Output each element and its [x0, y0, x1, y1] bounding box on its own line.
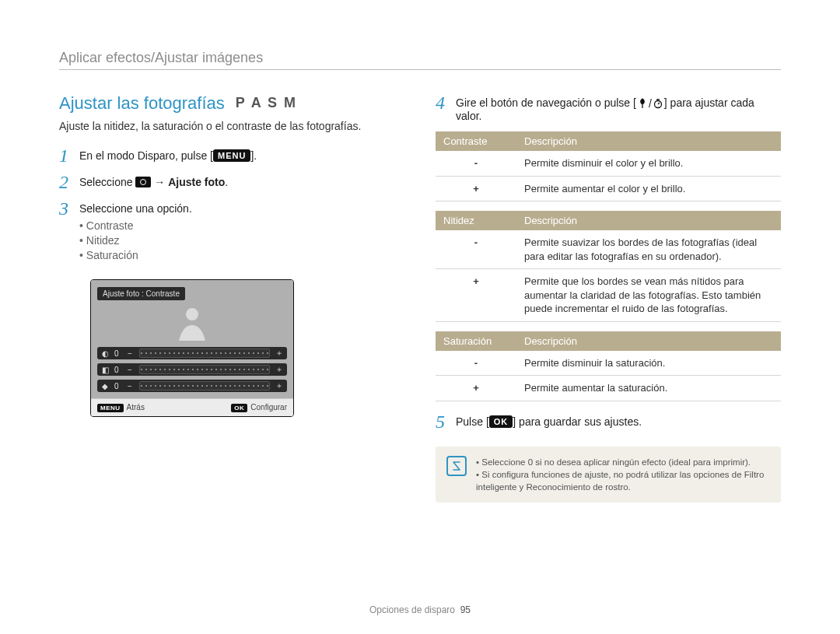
table-header: Nitidez: [436, 211, 516, 230]
table-cell: Permite disminuir la saturación.: [516, 351, 781, 376]
saturation-icon: ◆: [100, 381, 110, 391]
plus-icon: ＋: [275, 349, 284, 358]
breadcrumb: Aplicar efectos/Ajustar imágenes: [59, 50, 781, 66]
contrast-icon: ◐: [100, 349, 110, 358]
step-5: 5 Pulse [OK] para guardar sus ajustes.: [436, 412, 781, 431]
camera-icon: [135, 177, 151, 187]
sharpness-icon: ◧: [100, 365, 110, 374]
table-cell: Permite suavizar los bordes de las fotog…: [516, 230, 781, 269]
macro-icon: [636, 97, 649, 110]
table-row: -Permite disminuir el color y el brillo.: [436, 151, 781, 176]
footer-section: Opciones de disparo: [369, 604, 455, 615]
list-item: Nitidez: [79, 234, 404, 247]
page-footer: Opciones de disparo 95: [0, 604, 840, 615]
camera-display-mock: Ajuste foto : Contraste ◐ 0 − ＋ ◧ 0: [90, 279, 294, 417]
slider-sharpen: ◧ 0 − ＋: [97, 363, 287, 376]
table-symbol: +: [436, 269, 516, 322]
table-row: +Permite aumentar la saturación.: [436, 376, 781, 401]
note-list: Seleccione 0 si no desea aplicar ningún …: [476, 456, 770, 493]
slider-value: 0: [114, 366, 121, 374]
table-row: +Permite aumentar el color y el brillo.: [436, 176, 781, 201]
list-item: Contraste: [79, 219, 404, 232]
table-row: +Permite que los bordes se vean más níti…: [436, 269, 781, 322]
step-text: Gire el botón de navegación o pulse [: [456, 96, 636, 109]
table-header: Descripción: [516, 131, 781, 151]
table-header: Contraste: [436, 131, 516, 151]
option-list: Contraste Nitidez Saturación: [79, 219, 404, 261]
step-text: ].: [250, 149, 257, 162]
table-cell: Permite que los bordes se vean más nítid…: [516, 269, 781, 322]
step-text: Pulse [: [456, 415, 489, 428]
minus-icon: −: [125, 365, 135, 374]
table-cell: Permite disminuir el color y el brillo.: [516, 151, 781, 176]
table-row: -Permite suavizar los bordes de las foto…: [436, 230, 781, 269]
table-symbol: -: [436, 230, 516, 269]
step-number: 5: [436, 412, 456, 431]
table-header: Descripción: [516, 331, 781, 351]
plus-icon: ＋: [275, 381, 284, 391]
step-text: Seleccione una opción.: [79, 202, 192, 215]
right-column: 4 Gire el botón de navegación o pulse [ …: [436, 93, 781, 503]
step-4: 4 Gire el botón de navegación o pulse [ …: [436, 93, 781, 122]
slider-track: [139, 349, 270, 358]
step-number: 2: [59, 173, 79, 191]
minus-icon: −: [125, 381, 135, 391]
contrast-table: ContrasteDescripción -Permite disminuir …: [436, 131, 781, 201]
table-symbol: -: [436, 351, 516, 376]
slider-saturation: ◆ 0 − ＋: [97, 380, 287, 392]
step-text: Seleccione: [79, 176, 135, 188]
table-symbol: -: [436, 151, 516, 176]
ok-badge: OK: [489, 415, 513, 428]
page-number: 95: [460, 604, 471, 615]
menu-badge: MENU: [213, 149, 250, 162]
display-footer: MENUAtrás OKConfigurar: [91, 398, 293, 416]
list-item: Saturación: [79, 249, 404, 261]
step-number: 4: [436, 93, 456, 112]
back-hint: MENUAtrás: [97, 403, 145, 412]
step-text: ] para guardar sus ajustes.: [513, 415, 642, 428]
step-number: 1: [59, 146, 79, 165]
mode-letters: P A S M: [236, 95, 297, 111]
set-hint: OKConfigurar: [231, 403, 287, 412]
minus-icon: −: [125, 349, 135, 358]
saturation-table: SaturaciónDescripción -Permite disminuir…: [436, 331, 781, 401]
step-text: En el modo Disparo, pulse [: [79, 149, 213, 162]
step-number: 3: [59, 199, 79, 218]
table-cell: Permite aumentar el color y el brillo.: [516, 176, 781, 201]
sharpness-table: NitidezDescripción -Permite suavizar los…: [436, 211, 781, 322]
step-bold: Ajuste foto: [168, 176, 225, 188]
left-column: Ajustar las fotografías P A S M Ajuste l…: [59, 93, 404, 503]
table-symbol: +: [436, 176, 516, 201]
table-row: -Permite disminuir la saturación.: [436, 351, 781, 376]
step-1: 1 En el modo Disparo, pulse [MENU].: [59, 146, 404, 165]
plus-icon: ＋: [275, 365, 284, 374]
table-header: Saturación: [436, 331, 516, 351]
slider-track: [139, 365, 270, 374]
list-item: Si configura funciones de ajuste, no pod…: [476, 468, 770, 493]
intro-text: Ajuste la nitidez, la saturación o el co…: [59, 120, 404, 132]
note-box: Seleccione 0 si no desea aplicar ningún …: [436, 447, 781, 503]
timer-icon: [652, 97, 664, 110]
step-text: .: [225, 176, 228, 188]
page-title: Ajustar las fotografías: [59, 93, 225, 114]
divider: [59, 69, 781, 70]
slider-contrast: ◐ 0 − ＋: [97, 347, 287, 359]
note-icon: [446, 456, 467, 476]
list-item: Seleccione 0 si no desea aplicar ningún …: [476, 456, 770, 468]
table-header: Descripción: [516, 211, 781, 230]
step-2: 2 Seleccione → Ajuste foto.: [59, 173, 404, 191]
table-cell: Permite aumentar la saturación.: [516, 376, 781, 401]
silhouette-icon: [165, 302, 219, 341]
slider-value: 0: [114, 349, 121, 358]
ok-badge: OK: [231, 404, 247, 412]
menu-badge: MENU: [97, 404, 124, 412]
slider-track: [139, 381, 270, 391]
arrow-text: →: [151, 176, 168, 188]
slider-value: 0: [114, 382, 121, 391]
display-title: Ajuste foto : Contraste: [97, 287, 185, 300]
slider-group: ◐ 0 − ＋ ◧ 0 − ＋ ◆ 0: [97, 347, 287, 392]
step-3: 3 Seleccione una opción. Contraste Nitid…: [59, 199, 404, 264]
table-symbol: +: [436, 376, 516, 401]
